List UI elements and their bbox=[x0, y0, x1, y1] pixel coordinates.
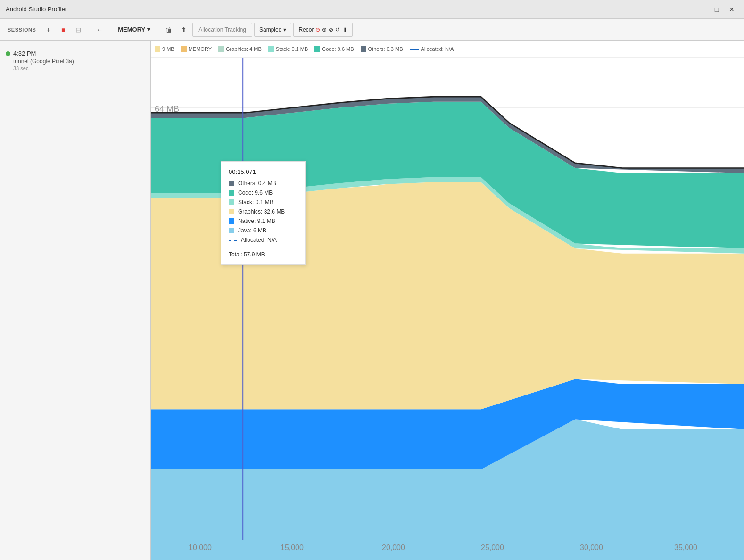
tooltip-label-native: Native: 9.1 MB bbox=[238, 218, 275, 224]
toolbar-divider-2 bbox=[110, 24, 110, 35]
tooltip-label-allocated: Allocated: N/A bbox=[241, 237, 277, 243]
legend-item-code: Code: 9.6 MB bbox=[314, 46, 354, 52]
legend-swatch-allocated bbox=[410, 49, 419, 50]
legend-item-stack: Stack: 0.1 MB bbox=[268, 46, 308, 52]
svg-text:35,000: 35,000 bbox=[674, 543, 697, 552]
legend-swatch-others bbox=[361, 46, 366, 52]
tooltip-swatch-java bbox=[229, 228, 234, 233]
tooltip-row-others: Others: 0.4 MB bbox=[229, 180, 298, 187]
legend-label-others: Others: 0.3 MB bbox=[368, 46, 403, 52]
svg-text:20,000: 20,000 bbox=[382, 543, 405, 552]
add-session-button[interactable]: + bbox=[41, 23, 55, 36]
memory-dropdown[interactable]: MEMORY ▾ bbox=[114, 24, 154, 35]
tooltip-label-graphics: Graphics: 32.6 MB bbox=[238, 208, 285, 215]
legend-item-graphics: Graphics: 4 MB bbox=[218, 46, 262, 52]
toolbar: SESSIONS + ■ ⊟ ← MEMORY ▾ 🗑 ⬆ Allocation… bbox=[0, 19, 744, 41]
memory-dropdown-arrow: ▾ bbox=[147, 26, 150, 33]
pause-icon: ⏸ bbox=[342, 26, 347, 33]
tooltip-swatch-allocated bbox=[229, 240, 237, 241]
window-controls: — □ ✕ bbox=[695, 3, 738, 16]
legend-item-others: Others: 0.3 MB bbox=[361, 46, 403, 52]
tooltip-row-graphics: Graphics: 32.6 MB bbox=[229, 208, 298, 215]
allocation-tracking-button[interactable]: Allocation Tracking bbox=[192, 23, 252, 37]
refresh-icon: ↺ bbox=[335, 26, 340, 33]
legend-item-java: 9 MB bbox=[155, 46, 174, 52]
export-button[interactable]: ⬆ bbox=[177, 23, 190, 36]
tooltip-total-label: Total: 57.9 MB bbox=[229, 251, 265, 258]
session-duration: 33 sec bbox=[13, 66, 145, 71]
maximize-button[interactable]: □ bbox=[710, 3, 723, 16]
tooltip-swatch-code bbox=[229, 190, 234, 196]
chart-area: 9 MB MEMORY Graphics: 4 MB Stack: 0.1 MB… bbox=[151, 41, 744, 560]
tooltip-total: Total: 57.9 MB bbox=[229, 247, 298, 258]
session-status-dot bbox=[6, 51, 10, 56]
tooltip-row-java: Java: 6 MB bbox=[229, 227, 298, 234]
tooltip-time: 00:15.071 bbox=[229, 168, 298, 175]
svg-text:15,000: 15,000 bbox=[281, 543, 304, 552]
sessions-label: SESSIONS bbox=[4, 27, 40, 33]
legend-swatch-graphics bbox=[218, 46, 224, 52]
tooltip-swatch-others bbox=[229, 181, 234, 186]
svg-text:30,000: 30,000 bbox=[580, 543, 603, 552]
window-title: Android Studio Profiler bbox=[6, 6, 67, 13]
legend-bar: 9 MB MEMORY Graphics: 4 MB Stack: 0.1 MB… bbox=[151, 41, 744, 58]
svg-text:10,000: 10,000 bbox=[189, 543, 212, 552]
session-item[interactable]: 4:32 PM tunnel (Google Pixel 3a) 33 sec bbox=[6, 46, 145, 75]
layout-button[interactable]: ⊟ bbox=[72, 23, 85, 36]
tooltip-label-stack: Stack: 0.1 MB bbox=[238, 199, 273, 206]
legend-label-9mb: 9 MB bbox=[162, 46, 174, 52]
memory-chart-svg: 64 MB 48 32 16 1 bbox=[151, 58, 744, 560]
legend-swatch-java bbox=[155, 46, 160, 52]
legend-label-stack: Stack: 0.1 MB bbox=[276, 46, 308, 52]
sampled-arrow: ▾ bbox=[283, 26, 286, 33]
legend-label-allocated: Allocated: N/A bbox=[421, 46, 454, 52]
session-time: 4:32 PM bbox=[6, 50, 145, 57]
record-stop-icon: ⊖ bbox=[315, 26, 320, 33]
record-label: Recor bbox=[298, 26, 314, 33]
tooltip-label-others: Others: 0.4 MB bbox=[238, 180, 276, 187]
toolbar-divider-3 bbox=[158, 24, 158, 35]
close-button[interactable]: ✕ bbox=[725, 3, 738, 16]
main-layout: 4:32 PM tunnel (Google Pixel 3a) 33 sec … bbox=[0, 41, 744, 560]
title-bar: Android Studio Profiler — □ ✕ bbox=[0, 0, 744, 19]
legend-item-memory: MEMORY bbox=[181, 46, 212, 52]
legend-item-allocated: Allocated: N/A bbox=[410, 46, 454, 52]
tooltip-swatch-stack bbox=[229, 199, 234, 205]
memory-tooltip: 00:15.071 Others: 0.4 MB Code: 9.6 MB St… bbox=[221, 161, 306, 265]
legend-swatch-stack bbox=[268, 46, 274, 52]
back-button[interactable]: ← bbox=[93, 23, 106, 36]
legend-swatch-memory bbox=[181, 46, 187, 52]
tooltip-row-allocated: Allocated: N/A bbox=[229, 237, 298, 243]
tooltip-row-stack: Stack: 0.1 MB bbox=[229, 199, 298, 206]
reset-zoom-icon: ⊘ bbox=[329, 26, 333, 33]
stop-button[interactable]: ■ bbox=[57, 23, 70, 36]
chart-canvas[interactable]: 64 MB 48 32 16 1 bbox=[151, 58, 744, 560]
tooltip-row-native: Native: 9.1 MB bbox=[229, 218, 298, 224]
sampled-label: Sampled bbox=[259, 26, 281, 33]
minimize-button[interactable]: — bbox=[695, 3, 708, 16]
memory-label: MEMORY bbox=[118, 26, 145, 33]
toolbar-divider-1 bbox=[89, 24, 89, 35]
sampled-dropdown[interactable]: Sampled ▾ bbox=[254, 23, 291, 37]
legend-label-code: Code: 9.6 MB bbox=[322, 46, 354, 52]
legend-label-memory: MEMORY bbox=[189, 46, 212, 52]
tooltip-swatch-native bbox=[229, 218, 234, 224]
legend-swatch-code bbox=[314, 46, 320, 52]
delete-button[interactable]: 🗑 bbox=[162, 23, 175, 36]
tooltip-label-code: Code: 9.6 MB bbox=[238, 189, 273, 196]
record-button[interactable]: Recor ⊖ ⊕ ⊘ ↺ ⏸ bbox=[293, 23, 353, 37]
zoom-plus-icon: ⊕ bbox=[322, 26, 327, 33]
svg-text:25,000: 25,000 bbox=[481, 543, 504, 552]
sidebar: 4:32 PM tunnel (Google Pixel 3a) 33 sec bbox=[0, 41, 151, 560]
tooltip-row-code: Code: 9.6 MB bbox=[229, 189, 298, 196]
tooltip-label-java: Java: 6 MB bbox=[238, 227, 266, 234]
tooltip-swatch-graphics bbox=[229, 209, 234, 214]
legend-label-graphics: Graphics: 4 MB bbox=[226, 46, 262, 52]
session-device: tunnel (Google Pixel 3a) bbox=[13, 58, 145, 65]
